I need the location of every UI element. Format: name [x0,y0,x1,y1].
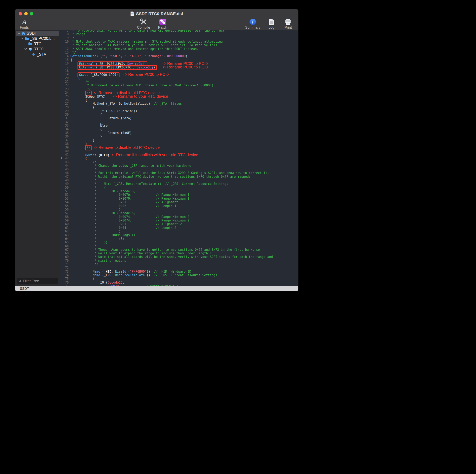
code-token: DeviceObj [137,66,153,69]
code-line[interactable]: 21 /* [60,80,298,84]
code-line[interactable]: 12 * SSDT-AWAC should be removed and ins… [60,47,298,51]
line-number: 23 [60,87,70,91]
chevron-down-icon[interactable] [20,38,24,39]
code-line[interactable]: 9 * [60,36,298,40]
code-line[interactable]: 69 * Note that not all boards will be th… [60,255,298,259]
code-line[interactable]: 59 * 0x0074, // Range Maximum 2 [60,219,298,222]
tree-item-rtc[interactable]: RTC [16,41,59,47]
fonts-button[interactable]: A Fonts [18,18,30,29]
chevron-down-icon[interactable] [17,33,21,34]
tree-item-sbpc00l[interactable]: _SB.PC00.L... [16,36,59,41]
code-line[interactable]: 58 * 0x0074, // Range Minimum 2 [60,215,298,219]
code-line[interactable]: 56 * ) [60,208,298,211]
code-line[interactable]: 52 * 0x0070, // Range Minimum 1 [60,193,298,197]
code-line[interactable]: 28 { [60,105,298,109]
compile-button[interactable]: Compile [137,18,150,29]
code-line[interactable]: 35 Return (0x0F) [60,131,298,135]
code-content: * 0x01, // Alignment 2 [70,222,182,226]
tree-item-sta[interactable]: _STA [16,52,59,57]
code-line[interactable]: 57 * IO (Decode16, [60,211,298,215]
code-line[interactable]: 10 * Note that due to AWAC systems havin… [60,40,298,43]
code-line[interactable]: 63 * IRQNoFlags () [60,233,298,237]
code-line[interactable]: 30 { [60,113,298,117]
line-number: 22 [60,84,70,87]
code-line[interactable]: 68 * we'll want to expand the range to i… [60,252,298,255]
code-line[interactable]: 26 { [60,98,298,102]
code-line[interactable]: 43 /* [60,160,298,164]
code-content: IO (Decode16, [70,281,124,284]
zoom-button[interactable] [30,12,33,16]
code-line[interactable]: 41 Device (RTC0) <- Rename if it conflic… [60,153,298,157]
code-line[interactable]: 70 * missing regions. [60,259,298,262]
code-line[interactable]: 37 } [60,138,298,142]
code-token: Name [93,270,100,273]
code-line[interactable]: 45 * [60,168,298,171]
code-line[interactable]: 18 [60,69,298,73]
patch-button[interactable]: Patch [157,18,169,29]
code-line[interactable]: 66 * [60,244,298,248]
code-line[interactable]: 7 * To resolve this, we'll want to creat… [60,30,298,33]
code-line[interactable]: 36 } [60,135,298,138]
code-line[interactable]: 14DefinitionBlock ("", "SSDT", 2, "ACDT"… [60,54,298,58]
code-line[interactable]: 53 * 0x0070, // Range Maximum 1 [60,197,298,200]
code-line[interactable]: 74 Name (_CRS, ResourceTemplate () // _C… [60,273,298,277]
code-line[interactable]: 17 External (_SB_.PC00.LPC0.RTC_, Device… [60,65,298,69]
code-line[interactable]: 65 * }) [60,241,298,244]
code-line[interactable]: 24 /* <- Remove to disable old RTC devic… [60,91,298,95]
code-line[interactable]: 22 * Uncomment below if your ACPI doesn'… [60,84,298,87]
code-line[interactable]: 46 * For this example, we'll use the Asu… [60,171,298,175]
log-button[interactable]: Log [266,18,277,29]
code-line[interactable]: 31 Return (Zero) [60,117,298,120]
code-line[interactable]: 49 * Name (_CRS, ResourceTemplate () // … [60,182,298,186]
code-line[interactable]: 32 } [60,120,298,124]
tree-item-ssdt[interactable]: SSDT [16,31,59,36]
code-line[interactable]: 50 * { [60,186,298,189]
code-line[interactable]: 39 */ <- Remove to disable old RTC devic… [60,146,298,149]
method-icon [31,53,36,56]
code-line[interactable]: 11 * to set another _STA method in your … [60,43,298,47]
code-line[interactable]: 42 { [60,157,298,160]
code-line[interactable]: 34 { [60,127,298,131]
tree-item-rtc0[interactable]: RTC0 [16,47,59,52]
code-line[interactable]: 51 * IO (Decode16, [60,189,298,193]
code-line[interactable]: 75 { [60,277,298,281]
code-line[interactable]: 27 Method (_STA, 0, NotSerialized) // _S… [60,102,298,105]
code-content: * missing regions. [70,259,128,262]
code-line[interactable]: 61 * 0x04, // Length 2 [60,226,298,230]
code-line[interactable]: 64 * {8} [60,237,298,241]
code-line[interactable]: 25 Scope (RTC) <- Rename to your RTC dev… [60,95,298,98]
code-line[interactable]: 62 * ) [60,230,298,233]
code-line[interactable]: 44 * Change the below _CSR range to matc… [60,164,298,168]
close-button[interactable] [19,12,22,16]
code-line[interactable]: 73 Name (_HID, EisaId ("PNP0B00")) // _H… [60,270,298,273]
code-line[interactable]: 20 { [60,76,298,80]
code-line[interactable]: 76 IO (Decode16, [60,281,298,284]
filter-tree-field[interactable]: Filter Tree [17,278,58,284]
code-line[interactable]: 33 Else [60,124,298,127]
code-token: ) [153,66,155,69]
code-line[interactable]: 60 * 0x01, // Alignment 2 [60,222,298,226]
code-line[interactable]: 29 If (_OSI ("Darwin")) [60,109,298,113]
code-line[interactable]: 8 * range. [60,33,298,36]
code-line[interactable]: 67 * Though Asus seems to have forgotten… [60,248,298,252]
code-token: 0x0070 [108,284,119,286]
code-token: (_SB_.PC00.LPC0, [94,62,127,66]
line-number: 66 [60,244,70,248]
code-content: */ [70,87,91,91]
code-line[interactable]: 72 [60,266,298,270]
code-line[interactable]: 55 * 0x02, // Length 1 [60,204,298,208]
code-line[interactable]: 19 Scope (_SB.PC00.LPC0) <- Rename PC00 … [60,73,298,76]
code-line[interactable]: 13 */ [60,51,298,54]
code-line[interactable]: 47 * Within the original RTC device, we … [60,175,298,179]
line-number: 16 [60,62,70,65]
minimize-button[interactable] [24,12,28,16]
code-line[interactable]: 48 * [60,179,298,182]
code-editor[interactable]: 7 * To resolve this, we'll want to creat… [60,30,298,286]
code-line[interactable]: 71 */ [60,262,298,266]
chevron-down-icon[interactable] [24,48,28,50]
line-number: 41 [60,153,70,157]
print-button[interactable]: Print [282,18,294,29]
summary-button[interactable]: i Summary [245,18,260,29]
code-line[interactable]: 77 0x0070, // Range Minimum 1 [60,284,298,286]
code-line[interactable]: 54 * 0x01, // Alignment 1 [60,200,298,204]
